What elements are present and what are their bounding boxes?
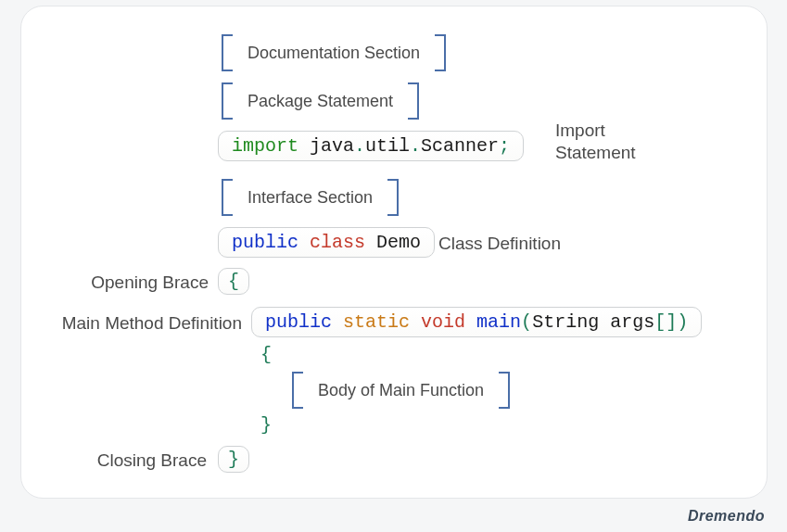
closing-brace-code: }	[218, 446, 249, 473]
right-bracket-icon	[387, 179, 399, 216]
brace-open: {	[228, 271, 239, 292]
documentation-label: Documentation Section	[233, 44, 435, 63]
import-keyword: import	[232, 135, 298, 157]
inner-close-brace: }	[260, 414, 272, 436]
package-placeholder: Package Statement	[222, 82, 419, 120]
paren-open: (	[521, 311, 532, 333]
string-type: String	[532, 311, 599, 333]
right-bracket-icon	[408, 82, 419, 120]
body-label: Body of Main Function	[303, 381, 499, 400]
main-keyword: main	[476, 311, 521, 333]
brand-logo: Dremendo	[688, 508, 765, 525]
body-placeholder: Body of Main Function	[292, 372, 510, 409]
left-bracket-icon	[222, 34, 233, 71]
left-bracket-icon	[292, 372, 303, 409]
package-label: Package Statement	[233, 92, 408, 111]
opening-brace-code: {	[218, 268, 249, 295]
import-java: java	[298, 135, 354, 157]
public-keyword: public	[265, 311, 332, 333]
interface-label: Interface Section	[233, 188, 387, 208]
paren-close: )	[677, 311, 688, 333]
array-brackets: []	[654, 311, 677, 333]
closing-brace-label: Closing Brace	[95, 450, 207, 472]
import-code: import java.util.Scanner;	[218, 131, 524, 161]
import-class: Scanner	[421, 135, 499, 157]
class-name: Demo	[376, 232, 421, 253]
main-method-label: Main Method Definition	[32, 312, 242, 335]
right-bracket-icon	[435, 34, 446, 71]
left-bracket-icon	[222, 179, 233, 216]
class-def-code: public class Demo	[218, 227, 435, 258]
import-dot: .	[410, 135, 421, 157]
diagram-panel: Documentation Section Package Statement …	[20, 6, 768, 499]
import-semi: ;	[499, 135, 510, 157]
right-bracket-icon	[499, 372, 510, 409]
class-definition-label: Class Definition	[438, 233, 561, 255]
documentation-placeholder: Documentation Section	[222, 34, 446, 71]
main-method-code: public static void main(String args[])	[251, 307, 702, 337]
static-keyword: static	[343, 311, 410, 333]
public-keyword: public	[232, 232, 298, 253]
import-util: util	[365, 135, 410, 157]
inner-open-brace: {	[260, 344, 272, 365]
interface-placeholder: Interface Section	[222, 179, 399, 216]
brace-close: }	[228, 449, 239, 470]
args-name: args	[599, 311, 654, 333]
import-statement-label: Import Statement	[555, 120, 636, 164]
opening-brace-label: Opening Brace	[88, 272, 209, 294]
import-dot: .	[354, 135, 365, 157]
class-keyword: class	[310, 232, 365, 253]
left-bracket-icon	[222, 82, 233, 120]
void-keyword: void	[421, 311, 465, 333]
